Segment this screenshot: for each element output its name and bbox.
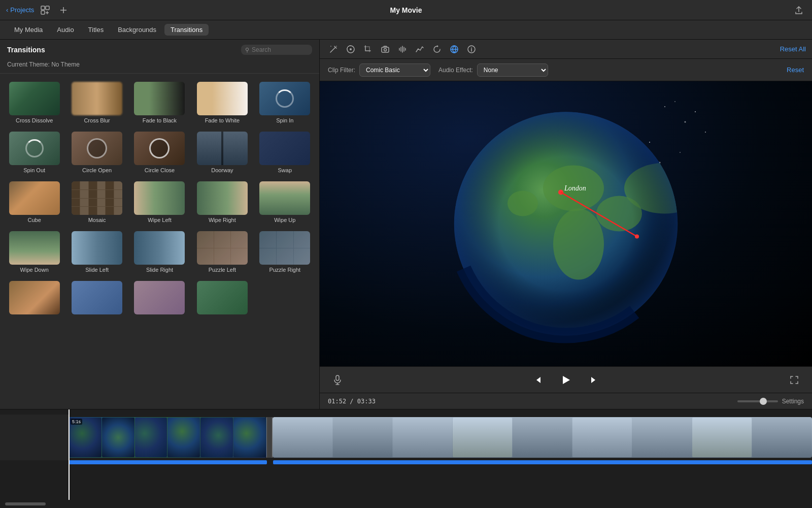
transition-wipe-up[interactable]: Wipe Up — [256, 179, 314, 225]
transition-puzzle-right[interactable]: Puzzle Right — [256, 229, 314, 275]
svg-rect-0 — [41, 6, 45, 10]
timeline-controls-bar: 01:52 / 03:33 Settings — [320, 393, 812, 409]
clip-globe[interactable]: 5:1s — [69, 417, 266, 458]
tab-my-media[interactable]: My Media — [8, 24, 49, 36]
magic-wand-icon[interactable] — [326, 42, 341, 56]
page-title: My Movie — [390, 6, 422, 14]
speed-chart-icon[interactable] — [412, 42, 427, 56]
tab-audio[interactable]: Audio — [51, 24, 80, 36]
fullscreen-button[interactable] — [787, 372, 802, 388]
clip-filter-label: Clip Filter: — [328, 67, 355, 74]
clip-selection-bars — [0, 460, 812, 464]
clip-filter-bar: Clip Filter: Comic Basic None Aged Film … — [320, 59, 812, 81]
library-icon[interactable] — [38, 3, 52, 17]
transition-thumb-fade-black — [134, 82, 185, 115]
transition-label-wipe-left: Wipe Left — [148, 217, 171, 223]
london-label: London — [564, 184, 586, 192]
transition-extra4[interactable] — [193, 279, 251, 319]
timeline-tracks[interactable]: 5:1s — [0, 409, 812, 500]
transition-thumb-wipe-left — [134, 181, 185, 215]
settings-button[interactable]: Settings — [782, 398, 804, 405]
globe-filter-icon[interactable] — [447, 42, 462, 56]
transition-fade-white[interactable]: Fade to White — [193, 80, 251, 125]
transition-label-cross-dissolve: Cross Dissolve — [16, 117, 53, 123]
search-box[interactable]: ⚲ — [241, 45, 312, 55]
transition-puzzle-left[interactable]: Puzzle Left — [193, 229, 251, 275]
transition-wipe-down[interactable]: Wipe Down — [5, 229, 63, 275]
transition-wipe-left[interactable]: Wipe Left — [130, 179, 189, 225]
svg-point-21 — [454, 112, 678, 336]
transition-doorway[interactable]: Doorway — [193, 130, 251, 175]
arrange-icon[interactable] — [56, 3, 71, 17]
transition-label-cross-blur: Cross Blur — [84, 117, 110, 123]
transition-thumb-fade-white — [197, 82, 248, 115]
transition-extra2[interactable] — [67, 279, 126, 319]
video-track-row: 5:1s — [0, 415, 812, 460]
crop-icon[interactable] — [360, 42, 376, 56]
audio-effect-select[interactable]: None Large Room Small Room Echo — [477, 64, 548, 77]
skip-forward-button[interactable] — [585, 371, 603, 389]
transition-swap[interactable]: Swap — [256, 130, 314, 175]
clip-filter-group: Clip Filter: Comic Basic None Aged Film … — [328, 64, 430, 77]
svg-point-24 — [553, 209, 604, 280]
transition-slide-left[interactable]: Slide Left — [67, 229, 126, 275]
tab-transitions[interactable]: Transitions — [164, 24, 209, 36]
tab-backgrounds[interactable]: Backgrounds — [112, 24, 162, 36]
reset-button[interactable]: Reset — [787, 66, 804, 74]
transition-thumb-extra3 — [134, 281, 185, 314]
transition-label-wipe-right: Wipe Right — [209, 217, 236, 223]
back-button[interactable]: ‹ Projects — [6, 6, 34, 14]
search-icon: ⚲ — [245, 47, 249, 53]
clip1-selection — [69, 460, 267, 464]
transition-gap[interactable] — [266, 417, 273, 458]
clip-sky[interactable] — [273, 417, 812, 458]
gap-spacer — [267, 460, 273, 464]
camera-icon[interactable] — [378, 42, 393, 56]
clip-filter-select[interactable]: Comic Basic None Aged Film Black & White — [359, 64, 430, 77]
transition-mosaic[interactable]: Mosaic — [67, 179, 126, 225]
transition-thumb-extra1 — [9, 281, 60, 314]
transition-fade-black[interactable]: Fade to Black — [130, 80, 189, 125]
tab-titles[interactable]: Titles — [82, 24, 110, 36]
transition-cross-dissolve[interactable]: Cross Dissolve — [5, 80, 63, 125]
transition-extra3[interactable] — [130, 279, 189, 319]
transition-extra1[interactable] — [5, 279, 63, 319]
transition-cross-blur[interactable]: Cross Blur — [67, 80, 126, 125]
transition-label-spin-out: Spin Out — [23, 167, 45, 173]
clip-badge: 5:1s — [71, 419, 82, 425]
svg-point-28 — [454, 112, 678, 336]
scroll-thumb[interactable] — [5, 502, 46, 505]
timeline-scrollbar — [0, 500, 812, 508]
transition-cube[interactable]: Cube — [5, 179, 63, 225]
transition-spin-in[interactable]: Spin In — [256, 80, 314, 125]
zoom-thumb[interactable] — [760, 398, 767, 405]
transition-circle-close[interactable]: Circle Close — [130, 130, 189, 175]
rotation-icon[interactable] — [429, 42, 445, 56]
zoom-slider[interactable] — [737, 400, 778, 402]
transition-wipe-right[interactable]: Wipe Right — [193, 179, 251, 225]
transition-thumb-cube — [9, 181, 60, 215]
skip-back-button[interactable] — [528, 371, 547, 389]
search-input[interactable] — [252, 46, 308, 53]
svg-point-9 — [664, 106, 665, 107]
transition-slide-right[interactable]: Slide Right — [130, 229, 189, 275]
transition-label-puzzle-left: Puzzle Left — [209, 267, 236, 273]
play-button[interactable] — [557, 371, 575, 389]
svg-point-13 — [705, 132, 706, 133]
route-line — [561, 193, 637, 237]
share-icon[interactable] — [792, 3, 806, 17]
transition-label-slide-left: Slide Left — [85, 267, 109, 273]
transition-circle-open[interactable]: Circle Open — [67, 130, 126, 175]
transition-label-spin-in: Spin In — [276, 117, 293, 123]
transition-label-fade-black: Fade to Black — [143, 117, 177, 123]
transition-spin-out[interactable]: Spin Out — [5, 130, 63, 175]
microphone-button[interactable] — [330, 372, 345, 388]
audio-icon[interactable] — [395, 42, 410, 56]
color-wheel-icon[interactable] — [343, 42, 358, 56]
back-label[interactable]: Projects — [10, 6, 34, 14]
svg-point-27 — [507, 191, 538, 216]
reset-all-button[interactable]: Reset All — [780, 45, 806, 53]
transition-thumb-spin-out — [9, 132, 60, 165]
transition-label-doorway: Doorway — [211, 167, 233, 173]
info-icon[interactable] — [464, 42, 479, 56]
